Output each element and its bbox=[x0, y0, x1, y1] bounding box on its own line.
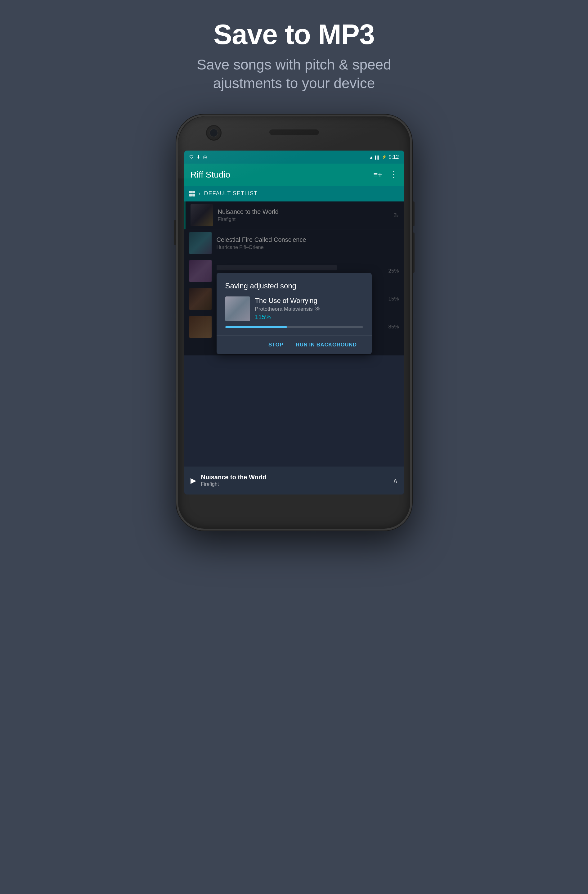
play-button[interactable]: ▶ bbox=[190, 476, 196, 485]
page-subtitle: Save songs with pitch & speed ajustments… bbox=[197, 56, 391, 93]
run-background-button[interactable]: RUN IN BACKGROUND bbox=[289, 338, 363, 352]
grid-icon[interactable] bbox=[189, 191, 195, 196]
progress-fill bbox=[225, 326, 287, 328]
shield-icon: 🛡 bbox=[189, 154, 194, 160]
player-info: Nuisance to the World Firefight bbox=[201, 474, 393, 487]
camera bbox=[206, 125, 222, 140]
dialog-song-title: The Use of Worrying bbox=[255, 297, 363, 305]
app-title: Riff Studio bbox=[190, 170, 231, 180]
saving-dialog: Saving adjusted song The Use of Worrying… bbox=[217, 273, 372, 354]
dialog-song-thumb bbox=[225, 296, 250, 321]
song-list: Nuisance to the World Firefight 2♭ Celes… bbox=[184, 201, 404, 355]
dialog-actions: STOP RUN IN BACKGROUND bbox=[217, 335, 372, 354]
phone-mockup: 🛡 ⬇ ◎ 9:12 Riff Studio ≡+ ⋮ bbox=[176, 115, 412, 530]
breadcrumb-bar: › DEFAULT SETLIST bbox=[184, 186, 404, 201]
phone-frame: 🛡 ⬇ ◎ 9:12 Riff Studio ≡+ ⋮ bbox=[176, 115, 412, 530]
volume-button bbox=[412, 233, 415, 273]
clock: 9:12 bbox=[389, 154, 399, 160]
breadcrumb-label: DEFAULT SETLIST bbox=[204, 190, 258, 197]
phone-screen: 🛡 ⬇ ◎ 9:12 Riff Studio ≡+ ⋮ bbox=[184, 151, 404, 494]
download-icon: ⬇ bbox=[196, 154, 201, 160]
expand-icon[interactable]: ∧ bbox=[393, 477, 398, 485]
left-button bbox=[174, 220, 176, 245]
status-right-icons: 9:12 bbox=[369, 154, 399, 160]
dialog-song-row: The Use of Worrying Prototheora Malawien… bbox=[225, 296, 363, 321]
toolbar-icons: ≡+ ⋮ bbox=[373, 170, 398, 180]
dialog-title: Saving adjusted song bbox=[225, 282, 363, 290]
wifi-icon bbox=[369, 154, 373, 160]
signal-icon bbox=[375, 154, 380, 160]
add-playlist-icon[interactable]: ≡+ bbox=[373, 171, 382, 179]
dialog-song-info: The Use of Worrying Prototheora Malawien… bbox=[255, 297, 363, 321]
dialog-song-artist: Prototheora Malawiensis bbox=[255, 306, 313, 312]
battery-icon bbox=[381, 155, 387, 159]
page-header: Save to MP3 Save songs with pitch & spee… bbox=[197, 0, 391, 108]
dialog-badge: 3♭ bbox=[315, 305, 321, 312]
sync-icon: ◎ bbox=[203, 154, 207, 160]
bottom-player: ▶ Nuisance to the World Firefight ∧ bbox=[184, 467, 404, 494]
stop-button[interactable]: STOP bbox=[262, 338, 289, 352]
dialog-overlay: Saving adjusted song The Use of Worrying… bbox=[184, 201, 404, 355]
status-left-icons: 🛡 ⬇ ◎ bbox=[189, 154, 207, 160]
status-bar: 🛡 ⬇ ◎ 9:12 bbox=[184, 151, 404, 164]
breadcrumb-chevron-icon: › bbox=[199, 190, 201, 197]
more-menu-icon[interactable]: ⋮ bbox=[390, 170, 398, 180]
speaker bbox=[269, 130, 319, 135]
power-button bbox=[412, 201, 415, 226]
page-title: Save to MP3 bbox=[197, 19, 391, 51]
app-toolbar: Riff Studio ≡+ ⋮ bbox=[184, 164, 404, 186]
dialog-percent: 115% bbox=[255, 314, 363, 321]
player-artist: Firefight bbox=[201, 482, 393, 487]
player-song-title: Nuisance to the World bbox=[201, 474, 393, 481]
progress-bar bbox=[225, 326, 363, 328]
